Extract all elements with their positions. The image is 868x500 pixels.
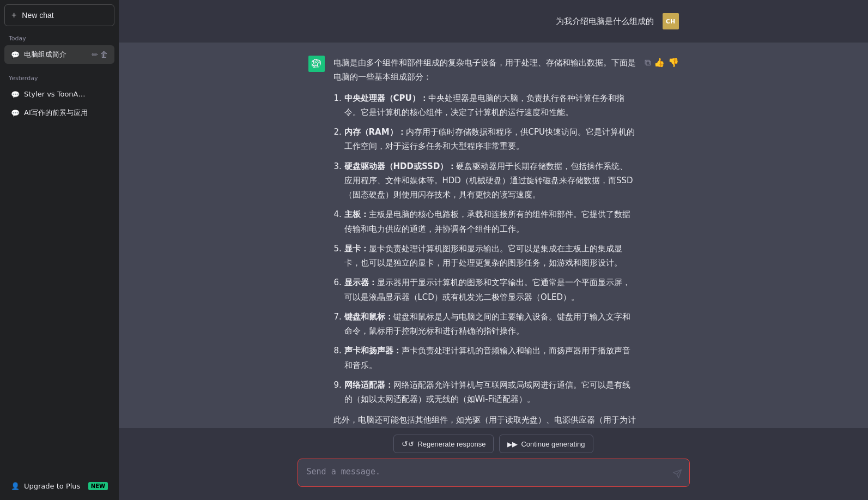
send-icon — [672, 469, 682, 479]
new-chat-button[interactable]: New chat — [4, 4, 114, 26]
thumbs-up-icon[interactable]: 👍 — [654, 57, 665, 68]
sidebar: New chat Today 电脑组成简介 ✏ 🗑 Yesterday Styl… — [0, 0, 119, 500]
chat-item-label: 电脑组成简介 — [24, 50, 66, 59]
today-section-label: Today — [4, 33, 114, 45]
chat-item-label-2: Styler vs ToonApp: 漫画脸优差 — [24, 89, 89, 99]
user-message-text: 为我介绍电脑是什么组成的 — [556, 13, 654, 28]
list-item: 硬盘驱动器（HDD或SSD）：硬盘驱动器用于长期存储数据，包括操作系统、应用程序… — [344, 159, 636, 202]
regenerate-button[interactable]: ↺ Regenerate response — [393, 435, 494, 453]
user-message-row: 为我介绍电脑是什么组成的 CH — [119, 0, 868, 43]
list-item: 内存（RAM）：内存用于临时存储数据和程序，供CPU快速访问。它是计算机的工作空… — [344, 125, 636, 154]
sidebar-item-chat-2[interactable]: Styler vs ToonApp: 漫画脸优差 — [4, 85, 114, 104]
new-badge: NEW — [88, 482, 108, 490]
copy-icon[interactable]: ⧉ — [645, 57, 651, 68]
delete-chat-icon[interactable]: 🗑 — [100, 50, 108, 59]
upgrade-to-plus-button[interactable]: 👤 Upgrade to Plus NEW — [4, 477, 114, 496]
ai-avatar — [308, 56, 325, 72]
ai-items-list: 中央处理器（CPU）：中央处理器是电脑的大脑，负责执行各种计算任务和指令。它是计… — [333, 91, 636, 407]
user-icon: 👤 — [11, 482, 20, 490]
sidebar-item-chat-3[interactable]: AI写作的前景与应用 — [4, 104, 114, 122]
message-input[interactable] — [298, 459, 690, 487]
list-item: 主板：主板是电脑的核心电路板，承载和连接所有的组件和部件。它提供了数据传输和电力… — [344, 207, 636, 236]
chat-icon-2 — [11, 91, 20, 99]
list-item: 显卡：显卡负责处理计算机图形和显示输出。它可以是集成在主板上的集成显卡，也可以是… — [344, 242, 636, 270]
list-item: 声卡和扬声器：声卡负责处理计算机的音频输入和输出，而扬声器用于播放声音和音乐。 — [344, 344, 636, 372]
chat-icon — [11, 51, 20, 59]
ai-message-row: 电脑是由多个组件和部件组成的复杂电子设备，用于处理、存储和输出数据。下面是电脑的… — [119, 43, 868, 428]
ai-response-text: 电脑是由多个组件和部件组成的复杂电子设备，用于处理、存储和输出数据。下面是电脑的… — [333, 56, 636, 428]
list-item: 网络适配器：网络适配器允许计算机与互联网或局域网进行通信。它可以是有线的（如以太… — [344, 378, 636, 407]
main-content: 为我介绍电脑是什么组成的 CH 电脑是由多个组件和部件组成的复杂电子设备，用于处… — [119, 0, 868, 500]
continue-generating-button[interactable]: ▶ Continue generating — [499, 435, 593, 453]
edit-chat-icon[interactable]: ✏ — [92, 50, 98, 59]
new-chat-label: New chat — [22, 11, 53, 20]
chat-icon-3 — [11, 109, 20, 117]
action-buttons-row: ↺ Regenerate response ▶ Continue generat… — [393, 435, 593, 453]
continue-label: Continue generating — [521, 440, 585, 448]
user-avatar: CH — [663, 13, 679, 29]
regenerate-label: Regenerate response — [417, 440, 485, 448]
yesterday-section-label: Yesterday — [4, 73, 114, 85]
list-item: 键盘和鼠标：键盘和鼠标是人与电脑之间的主要输入设备。键盘用于输入文字和命令，鼠标… — [344, 310, 636, 339]
chat-item-label-3: AI写作的前景与应用 — [24, 108, 88, 118]
ai-action-buttons: ⧉ 👍 👎 — [645, 56, 679, 68]
bottom-bar: ↺ Regenerate response ▶ Continue generat… — [119, 428, 868, 500]
plus-icon — [11, 10, 16, 20]
ai-intro-paragraph: 电脑是由多个组件和部件组成的复杂电子设备，用于处理、存储和输出数据。下面是电脑的… — [333, 56, 636, 85]
input-row — [298, 459, 690, 489]
upgrade-label: Upgrade to Plus — [24, 482, 80, 490]
thumbs-down-icon[interactable]: 👎 — [668, 57, 679, 68]
send-button[interactable] — [671, 468, 683, 483]
continue-icon: ▶ — [507, 440, 518, 448]
chat-area: 为我介绍电脑是什么组成的 CH 电脑是由多个组件和部件组成的复杂电子设备，用于处… — [119, 0, 868, 428]
ai-outro-paragraph: 此外，电脑还可能包括其他组件，如光驱（用于读取光盘）、电源供应器（用于为计算机提… — [333, 413, 636, 428]
regenerate-icon: ↺ — [402, 439, 414, 448]
list-item: 显示器：显示器用于显示计算机的图形和文字输出。它通常是一个平面显示屏，可以是液晶… — [344, 275, 636, 304]
list-item: 中央处理器（CPU）：中央处理器是电脑的大脑，负责执行各种计算任务和指令。它是计… — [344, 91, 636, 120]
sidebar-item-chat-1[interactable]: 电脑组成简介 ✏ 🗑 — [4, 45, 114, 64]
